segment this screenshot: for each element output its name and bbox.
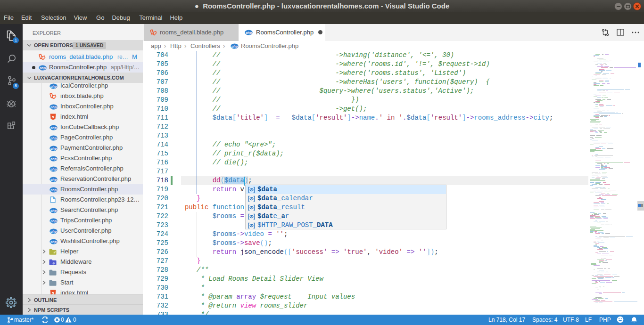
svg-text:php: php [50, 219, 57, 223]
svg-text:php: php [50, 209, 57, 213]
svg-text:php: php [50, 240, 57, 244]
svg-text:5: 5 [52, 115, 54, 119]
svg-text:php: php [50, 106, 57, 109]
svg-text:php: php [50, 188, 57, 192]
svg-text:php: php [50, 230, 57, 234]
svg-text:php: php [245, 31, 252, 35]
svg-text:5: 5 [52, 291, 54, 295]
svg-text:php: php [50, 157, 57, 161]
svg-text:php: php [50, 178, 57, 182]
svg-text:php: php [50, 85, 57, 89]
svg-text:php: php [39, 66, 46, 70]
svg-text:php: php [50, 147, 57, 151]
svg-text:php: php [50, 168, 57, 171]
svg-text:php: php [50, 137, 57, 140]
svg-text:php: php [50, 126, 57, 130]
svg-text:php: php [231, 45, 238, 49]
